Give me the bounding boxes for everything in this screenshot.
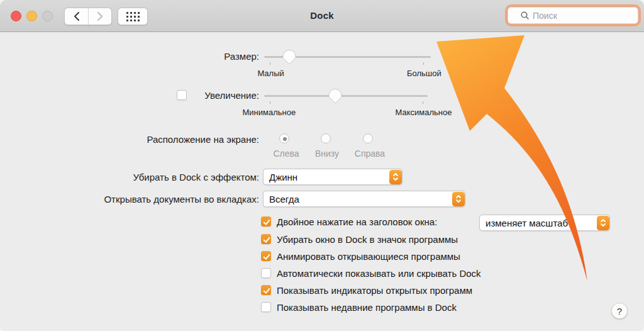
select-stepper-icon	[597, 216, 609, 230]
minimize-effect-select[interactable]: Джинн	[263, 169, 402, 185]
position-label: Расположение на экране:	[147, 134, 259, 145]
dock-preferences-window: Dock Размер: Малый Большой Увеличение:	[0, 0, 644, 331]
radio-position-left[interactable]	[279, 133, 289, 143]
radio-label-left: Слева	[273, 149, 299, 159]
checkbox-animate-opening[interactable]	[261, 251, 271, 261]
radio-position-bottom[interactable]	[321, 133, 331, 143]
double-click-action-select[interactable]: изменяет масштаб	[479, 215, 610, 231]
select-stepper-icon	[452, 192, 465, 206]
checkbox-label: Убирать окно в Dock в значок программы	[277, 234, 458, 245]
double-click-action-value: изменяет масштаб	[486, 215, 594, 231]
magnifier-icon	[521, 11, 529, 20]
open-in-tabs-select[interactable]: Всегда	[263, 191, 465, 207]
checkbox-label: Показывать недавние программы в Dock	[277, 302, 457, 313]
magnification-min-label: Минимальное	[242, 108, 296, 117]
size-label: Размер:	[224, 51, 259, 62]
checkbox-show-recent-apps[interactable]	[261, 302, 271, 312]
minimize-effect-value: Джинн	[269, 169, 387, 185]
size-min-label: Малый	[257, 69, 284, 78]
select-stepper-icon	[389, 170, 402, 184]
slider-tick	[270, 62, 270, 65]
slider-tick	[423, 62, 424, 65]
radio-position-right[interactable]	[363, 133, 373, 143]
magnification-checkbox[interactable]	[177, 90, 187, 100]
checkbox-minimize-to-app-icon[interactable]	[261, 234, 271, 244]
magnification-slider-track[interactable]	[264, 95, 428, 97]
checkbox-label: Двойное нажатие на заголовок окна:	[277, 216, 437, 227]
checkbox-auto-hide-dock[interactable]	[261, 268, 271, 278]
search-field[interactable]	[508, 7, 638, 24]
search-input[interactable]	[531, 10, 628, 21]
size-slider: Малый Большой	[264, 50, 431, 85]
slider-tick	[270, 101, 270, 104]
checkbox-label: Автоматически показывать или скрывать Do…	[277, 268, 481, 279]
checkbox-label: Анимировать открывающиеся программы	[277, 251, 460, 262]
magnification-max-label: Максимальное	[396, 108, 452, 117]
size-max-label: Большой	[407, 69, 441, 78]
magnification-slider: Минимальное Максимальное	[264, 89, 428, 124]
titlebar: Dock	[0, 0, 644, 32]
minimize-effect-label: Убирать в Dock с эффектом:	[133, 172, 259, 182]
magnification-slider-thumb[interactable]	[328, 89, 342, 104]
open-in-tabs-label: Открывать документы во вкладках:	[104, 194, 259, 205]
slider-tick	[423, 101, 423, 104]
help-button[interactable]: ?	[611, 303, 628, 319]
checkbox-show-indicators[interactable]	[261, 285, 271, 295]
radio-label-right: Справа	[355, 149, 385, 159]
checkbox-label: Показывать индикаторы открытых программ	[277, 285, 472, 296]
size-slider-thumb[interactable]	[282, 50, 296, 65]
search-highlight-ring	[505, 4, 641, 26]
checkbox-double-click-title[interactable]	[261, 216, 271, 227]
open-in-tabs-value: Всегда	[269, 191, 450, 207]
radio-label-bottom: Внизу	[315, 149, 339, 159]
magnification-label: Увеличение:	[204, 90, 259, 101]
